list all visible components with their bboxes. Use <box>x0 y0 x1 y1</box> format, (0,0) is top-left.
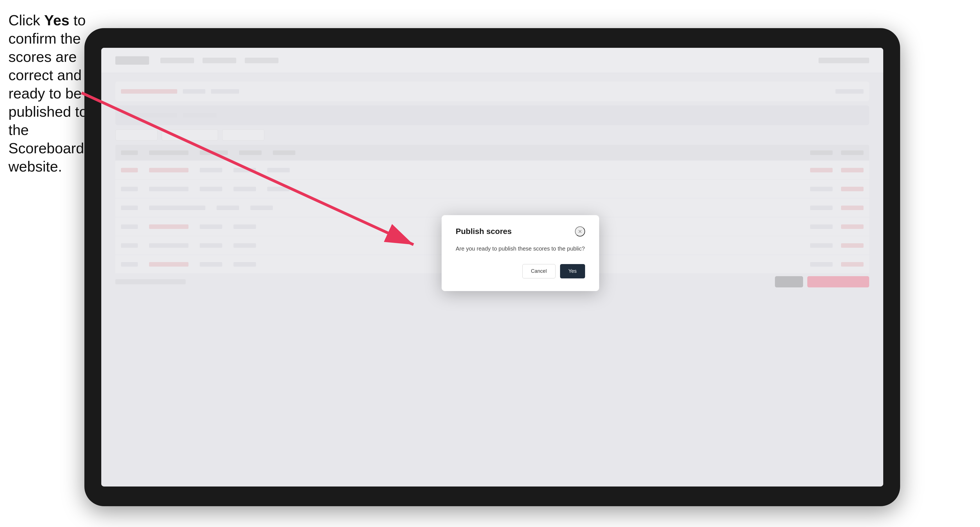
modal-title: Publish scores <box>456 227 512 236</box>
tablet-device: Publish scores × Are you ready to publis… <box>84 28 900 506</box>
instruction-text: Click Yes to confirm the scores are corr… <box>8 11 90 176</box>
modal-footer: Cancel Yes <box>456 264 585 278</box>
cancel-button[interactable]: Cancel <box>522 264 555 278</box>
yes-button[interactable]: Yes <box>560 264 585 278</box>
modal-header: Publish scores × <box>456 226 585 237</box>
modal-overlay: Publish scores × Are you ready to publis… <box>101 48 883 486</box>
modal-close-button[interactable]: × <box>575 226 585 237</box>
modal-body-text: Are you ready to publish these scores to… <box>456 244 585 253</box>
tablet-screen: Publish scores × Are you ready to publis… <box>101 48 883 486</box>
modal-dialog: Publish scores × Are you ready to publis… <box>442 215 599 291</box>
